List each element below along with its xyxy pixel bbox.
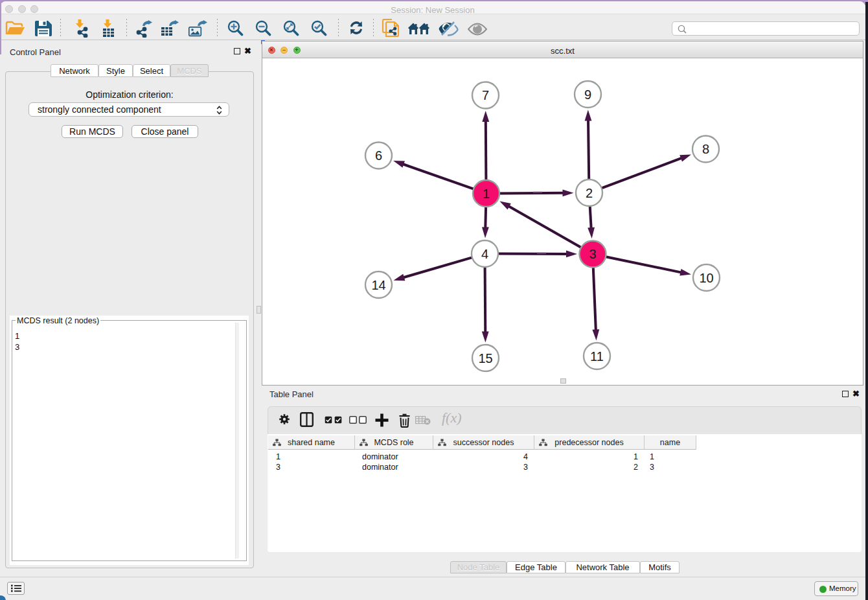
- svg-text:14: 14: [371, 278, 385, 292]
- svg-text:1: 1: [483, 187, 490, 201]
- svg-text:3: 3: [589, 247, 596, 261]
- svg-text:11: 11: [590, 349, 604, 363]
- svg-text:8: 8: [702, 142, 709, 156]
- svg-text:9: 9: [584, 87, 591, 102]
- svg-text:2: 2: [586, 186, 593, 200]
- svg-text:7: 7: [482, 88, 489, 102]
- svg-text:4: 4: [481, 247, 488, 261]
- svg-text:6: 6: [375, 148, 382, 163]
- svg-text:15: 15: [478, 351, 492, 365]
- svg-text:10: 10: [699, 271, 713, 285]
